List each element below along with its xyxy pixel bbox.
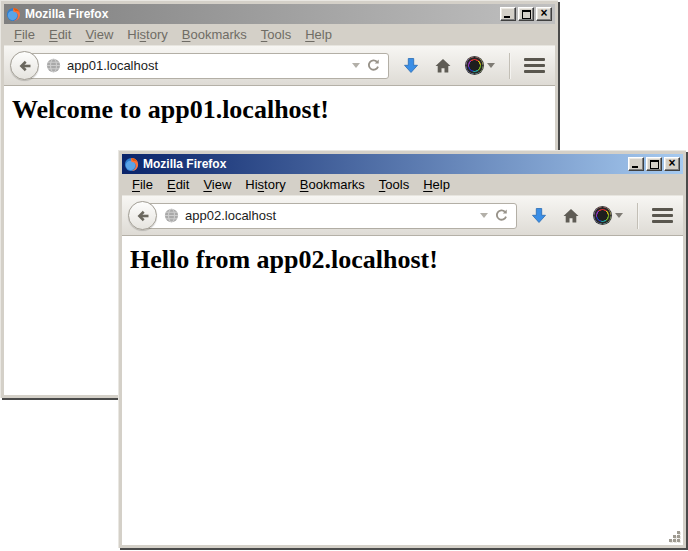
menu-hamburger-icon[interactable] xyxy=(652,208,673,223)
page-content-app02: Hello from app02.localhost! xyxy=(122,236,683,545)
download-icon[interactable] xyxy=(402,57,420,75)
site-identity-globe-icon[interactable] xyxy=(46,58,61,73)
url-bar[interactable]: app02.localhost xyxy=(142,203,517,229)
menu-bar-app01: FileEditViewHistoryBookmarksToolsHelp xyxy=(4,24,555,45)
maximize-button[interactable] xyxy=(646,157,662,171)
toolbar-separator xyxy=(509,53,510,79)
back-button[interactable] xyxy=(10,51,39,80)
menu-tools[interactable]: Tools xyxy=(372,175,416,194)
back-arrow-icon xyxy=(17,58,33,74)
close-button[interactable] xyxy=(664,157,680,171)
menu-tools[interactable]: Tools xyxy=(254,25,298,44)
urlbar-dropdown-icon[interactable] xyxy=(352,63,360,72)
home-icon[interactable] xyxy=(434,57,452,75)
desktop: Mozilla Firefox FileEditViewHistoryBookm… xyxy=(0,0,688,551)
minimize-button[interactable] xyxy=(628,157,644,171)
navigation-toolbar-app02: app02.localhost xyxy=(122,195,683,236)
urlbar-dropdown-icon[interactable] xyxy=(480,213,488,222)
menu-file[interactable]: File xyxy=(125,175,160,194)
menu-history[interactable]: History xyxy=(120,25,174,44)
lens-icon xyxy=(594,207,611,224)
site-identity-globe-icon[interactable] xyxy=(164,208,179,223)
menu-edit[interactable]: Edit xyxy=(160,175,196,194)
menu-bookmarks[interactable]: Bookmarks xyxy=(293,175,372,194)
url-bar[interactable]: app01.localhost xyxy=(24,53,389,79)
toolbar-separator xyxy=(637,203,638,229)
titlebar-app01[interactable]: Mozilla Firefox xyxy=(4,4,555,24)
back-button[interactable] xyxy=(128,201,157,230)
download-icon[interactable] xyxy=(530,207,548,225)
window-title: Mozilla Firefox xyxy=(25,4,496,24)
resize-grip[interactable] xyxy=(666,528,682,544)
url-text[interactable]: app02.localhost xyxy=(185,208,474,223)
menu-bar-app02: FileEditViewHistoryBookmarksToolsHelp xyxy=(122,174,683,195)
page-heading: Hello from app02.localhost! xyxy=(130,245,683,275)
menu-history[interactable]: History xyxy=(238,175,292,194)
menu-view[interactable]: View xyxy=(78,25,120,44)
reload-icon[interactable] xyxy=(494,208,509,223)
extension-lens-button[interactable] xyxy=(594,207,623,224)
maximize-button[interactable] xyxy=(518,7,534,21)
menu-hamburger-icon[interactable] xyxy=(524,58,545,73)
page-heading: Welcome to app01.localhost! xyxy=(12,95,555,125)
menu-bookmarks[interactable]: Bookmarks xyxy=(175,25,254,44)
titlebar-app02[interactable]: Mozilla Firefox xyxy=(122,154,683,174)
lens-dropdown-icon[interactable] xyxy=(615,213,623,222)
url-text[interactable]: app01.localhost xyxy=(67,58,346,73)
menu-edit[interactable]: Edit xyxy=(42,25,78,44)
firefox-logo-icon xyxy=(6,7,21,22)
lens-icon xyxy=(466,57,483,74)
extension-lens-button[interactable] xyxy=(466,57,495,74)
menu-help[interactable]: Help xyxy=(416,175,457,194)
window-title: Mozilla Firefox xyxy=(143,154,624,174)
firefox-logo-icon xyxy=(124,157,139,172)
reload-icon[interactable] xyxy=(366,58,381,73)
home-icon[interactable] xyxy=(562,207,580,225)
firefox-window-app02: Mozilla Firefox FileEditViewHistoryBookm… xyxy=(118,150,686,548)
menu-help[interactable]: Help xyxy=(298,25,339,44)
back-arrow-icon xyxy=(135,208,151,224)
lens-dropdown-icon[interactable] xyxy=(487,63,495,72)
minimize-button[interactable] xyxy=(500,7,516,21)
navigation-toolbar-app01: app01.localhost xyxy=(4,45,555,86)
menu-view[interactable]: View xyxy=(196,175,238,194)
close-button[interactable] xyxy=(536,7,552,21)
menu-file[interactable]: File xyxy=(7,25,42,44)
